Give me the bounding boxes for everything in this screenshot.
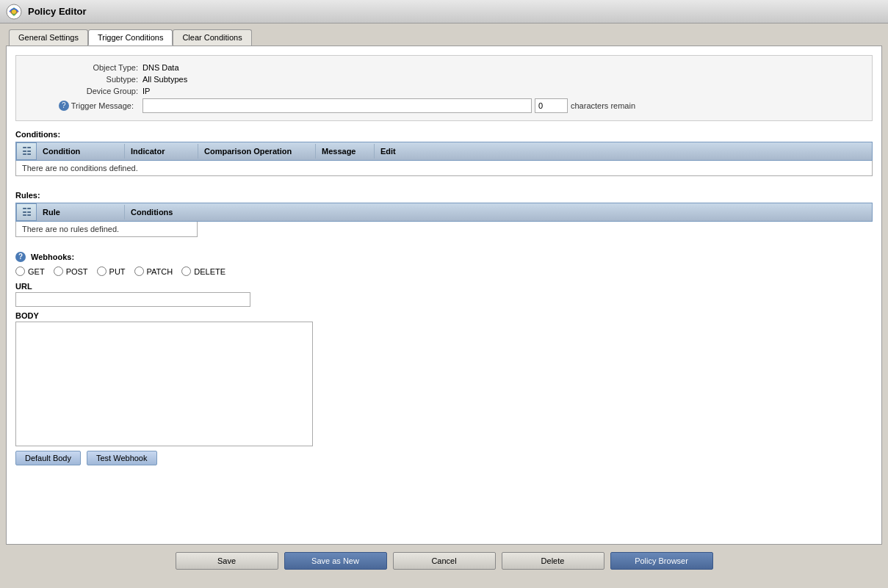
method-patch[interactable]: PATCH (134, 266, 173, 276)
conditions-section: Conditions: ☷ Condition Indicator Compar… (15, 130, 873, 176)
label-put: PUT (109, 267, 126, 276)
col-header-message: Message (316, 144, 375, 159)
label-post: POST (66, 267, 88, 276)
policy-browser-button[interactable]: Policy Browser (610, 552, 713, 570)
webhook-buttons: Default Body Test Webhook (15, 451, 873, 465)
col-header-condition: Condition (37, 144, 125, 159)
trigger-message-help-icon[interactable]: ? (59, 101, 69, 111)
title-bar: Policy Editor (0, 0, 888, 23)
trigger-message-label: Trigger Message: (71, 101, 138, 110)
webhooks-help-icon[interactable]: ? (15, 252, 26, 262)
label-patch: PATCH (147, 267, 173, 276)
test-webhook-button[interactable]: Test Webhook (87, 451, 157, 465)
subtype-row: Subtype: All Subtypes (25, 75, 863, 84)
radio-get[interactable] (15, 266, 25, 276)
webhooks-section: ? Webhooks: GET POST PUT PATCH (15, 252, 873, 465)
device-group-value: IP (142, 87, 150, 95)
label-get: GET (28, 267, 45, 276)
rules-section: Rules: ☷ Rule Conditions There are no ru… (15, 191, 873, 237)
app-title: Policy Editor (28, 6, 86, 17)
add-rule-button[interactable]: ☷ (16, 203, 37, 221)
url-label: URL (15, 282, 873, 291)
radio-post[interactable] (54, 266, 63, 276)
conditions-table-header: ☷ Condition Indicator Comparison Operati… (15, 142, 873, 161)
label-delete: DELETE (194, 267, 225, 276)
radio-delete[interactable] (181, 266, 191, 276)
conditions-section-label: Conditions: (15, 130, 873, 139)
cancel-button[interactable]: Cancel (393, 552, 496, 570)
device-group-label: Device Group: (25, 87, 142, 95)
info-box: Object Type: DNS Data Subtype: All Subty… (15, 55, 873, 121)
col-header-comparison: Comparison Operation (198, 144, 316, 159)
subtype-value: All Subtypes (142, 75, 187, 84)
app-icon (6, 4, 22, 20)
url-input[interactable] (15, 292, 250, 307)
method-post[interactable]: POST (54, 266, 88, 276)
add-icon: ☷ (22, 146, 32, 156)
main-area: General Settings Trigger Conditions Clea… (0, 23, 888, 581)
tab-strip: General Settings Trigger Conditions Clea… (6, 29, 882, 46)
tab-clear-conditions[interactable]: Clear Conditions (173, 29, 251, 46)
save-button[interactable]: Save (176, 552, 278, 570)
footer-bar: Save Save as New Cancel Delete Policy Br… (6, 545, 882, 576)
radio-put[interactable] (97, 266, 107, 276)
subtype-label: Subtype: (25, 75, 142, 84)
col-header-indicator: Indicator (125, 144, 198, 159)
rules-table-header: ☷ Rule Conditions (15, 203, 873, 222)
method-delete[interactable]: DELETE (181, 266, 225, 276)
add-rule-icon: ☷ (22, 207, 32, 217)
object-type-label: Object Type: (25, 63, 142, 72)
method-get[interactable]: GET (15, 266, 45, 276)
save-as-new-button[interactable]: Save as New (284, 552, 387, 570)
http-method-group: GET POST PUT PATCH DELETE (15, 266, 873, 276)
webhooks-label: ? Webhooks: (15, 252, 873, 262)
tab-general-settings[interactable]: General Settings (9, 29, 88, 46)
col-header-edit: Edit (375, 144, 411, 159)
body-label: BODY (15, 311, 873, 320)
content-panel: Object Type: DNS Data Subtype: All Subty… (6, 46, 882, 545)
conditions-empty-row: There are no conditions defined. (15, 161, 873, 176)
chars-remain-label: characters remain (571, 101, 635, 110)
trigger-message-row: ? Trigger Message: characters remain (25, 98, 863, 113)
method-put[interactable]: PUT (97, 266, 126, 276)
body-textarea[interactable] (15, 322, 313, 446)
tab-trigger-conditions[interactable]: Trigger Conditions (88, 29, 173, 46)
object-type-row: Object Type: DNS Data (25, 63, 863, 72)
add-condition-button[interactable]: ☷ (16, 142, 37, 160)
chars-remain-input (535, 98, 568, 113)
delete-button[interactable]: Delete (502, 552, 604, 570)
rules-empty-row: There are no rules defined. (15, 222, 198, 237)
col-header-rule: Rule (37, 205, 125, 219)
rules-section-label: Rules: (15, 191, 873, 200)
device-group-row: Device Group: IP (25, 87, 863, 95)
default-body-button[interactable]: Default Body (15, 451, 81, 465)
svg-point-1 (12, 10, 16, 14)
trigger-message-input[interactable] (142, 98, 532, 113)
object-type-value: DNS Data (142, 63, 179, 72)
col-header-conditions: Conditions (125, 205, 198, 219)
radio-patch[interactable] (134, 266, 144, 276)
webhooks-title: Webhooks: (31, 253, 74, 261)
